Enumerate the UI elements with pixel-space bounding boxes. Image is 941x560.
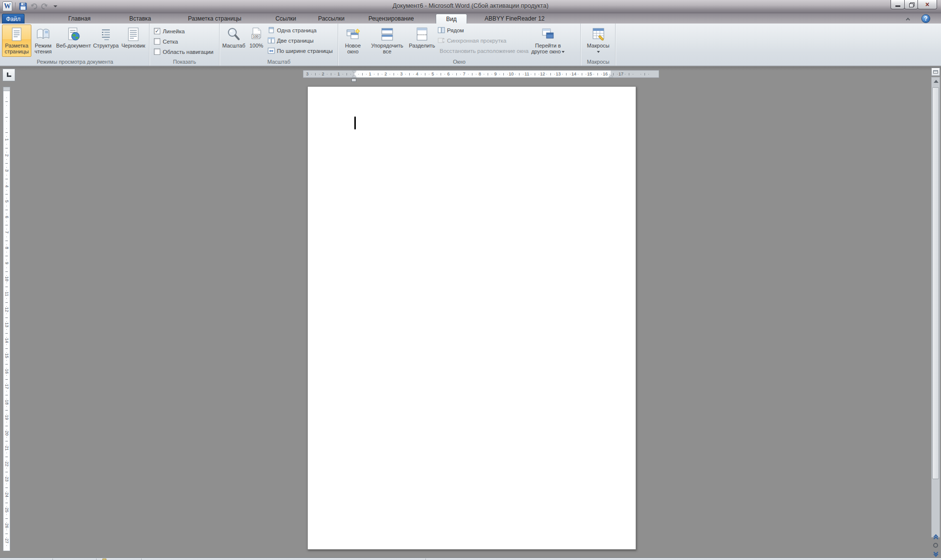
tab-insert[interactable]: Вставка [118,14,163,24]
ruler-dot [6,198,7,198]
ruler-number: 10 [507,71,515,77]
ruler-dot [6,244,7,245]
draft-view-button[interactable]: Черновик [120,24,147,57]
ruler-dot [6,514,7,515]
ruler-dot [6,545,7,546]
ruler-tick [441,73,441,75]
ruler-number: 22 [4,461,9,466]
web-layout-button[interactable]: Веб-документ [55,24,92,57]
ruler-dot [6,136,7,137]
title-bar: W [0,0,941,13]
switch-windows-button[interactable]: Перейти в другое окно [527,24,569,57]
ruler-tick [315,73,316,75]
ruler-tick [5,457,8,457]
gridlines-checkbox-row[interactable]: Сетка [154,36,218,47]
scroll-up-arrow-icon[interactable] [934,80,939,83]
select-browse-object-button[interactable] [931,541,940,550]
ribbon: Разметка страницы Режим чтения Веб-докум… [0,24,941,66]
vertical-ruler[interactable]: 1234567891011121314151617181920212223242… [3,87,10,551]
ruler-dot [6,530,7,530]
tab-mailings[interactable]: Рассылки [310,14,352,24]
ruler-dot [6,175,7,175]
minimize-button[interactable] [891,0,905,9]
tab-references[interactable]: Ссылки [266,14,305,24]
document-page[interactable] [307,86,636,550]
synchronous-scrolling-button: Синхронная прокрутка [436,35,527,46]
two-pages-button[interactable]: Две страницы [266,35,334,46]
macros-button[interactable]: Макросы [584,24,613,57]
first-line-indent-marker[interactable] [352,71,356,73]
ruler-dot [6,152,7,152]
scrollbar-thumb[interactable] [932,87,939,479]
ruler-tick [5,395,8,395]
tab-view[interactable]: Вид [436,14,467,24]
tab-stop-selector[interactable] [2,69,15,81]
ruler-checkbox[interactable]: ✓ [154,28,160,34]
horizontal-ruler[interactable]: 1231234567891011121314151617 [303,70,659,78]
new-window-button[interactable]: Новое окно [339,24,367,57]
navigation-pane-checkbox-row[interactable]: Область навигации [154,47,218,57]
ruler-number: 3 [397,71,405,77]
print-layout-button[interactable]: Разметка страницы [2,24,31,57]
ruler-dot [6,329,7,330]
button-label: Рядом [447,27,464,33]
ruler-checkbox-row[interactable]: ✓ Линейка [154,26,218,36]
button-label: Новое [345,43,361,49]
tab-review[interactable]: Рецензирование [360,14,422,24]
draft-view-icon [125,26,141,43]
zoom-100-button[interactable]: 100 100% [247,24,266,57]
ruler-tick [5,225,8,225]
button-label: окно [347,49,358,54]
tab-page-layout[interactable]: Разметка страницы [170,14,259,24]
previous-page-button[interactable] [931,532,940,541]
zoom-button[interactable]: Масштаб [221,24,247,57]
tab-abbyy-finereader[interactable]: ABBYY FineReader 12 [478,14,551,24]
right-indent-marker[interactable] [609,75,613,77]
ruler-dot [6,344,7,345]
arrange-all-button[interactable]: Упорядочить все [367,24,408,57]
ruler-tick [550,73,551,75]
ruler-dot [484,74,484,74]
minimize-ribbon-button[interactable] [903,16,914,23]
ruler-tick [5,163,8,164]
scrollbar-track[interactable] [931,77,940,537]
page-width-button[interactable]: По ширине страницы [266,46,334,56]
tab-file[interactable]: Файл [2,14,25,24]
button-label: страницы [4,49,28,54]
left-indent-marker[interactable] [351,78,356,82]
ruler-tick [5,348,8,349]
view-side-by-side-button[interactable]: Рядом [436,25,527,35]
ruler-number: 12 [539,71,546,77]
tab-home[interactable]: Главная [57,14,101,24]
ruler-number: 5 [429,71,437,77]
ruler-tick [488,73,488,75]
print-layout-icon [9,26,25,43]
gridlines-checkbox[interactable] [154,38,160,45]
vertical-scrollbar[interactable] [931,68,940,558]
one-page-button[interactable]: Одна страница [266,25,334,35]
hanging-indent-marker[interactable] [352,75,356,77]
ruler-toggle-icon [933,70,938,73]
restore-button[interactable] [904,0,918,9]
outline-view-button[interactable]: Структура [92,24,120,57]
ruler-tick [5,441,8,441]
group-caption: Режимы просмотра документа [1,59,149,65]
reading-mode-button[interactable]: Режим чтения [31,24,55,57]
ruler-tick [503,73,504,75]
ruler-tick [519,73,520,75]
ruler-number: 6 [445,71,452,77]
window-controls: × [891,0,937,9]
ruler-tick [5,364,8,365]
ruler-tick [409,73,410,75]
close-button[interactable]: × [917,0,937,9]
ruler-number: 5 [4,199,9,204]
split-button[interactable]: Разделить [408,24,436,57]
side-by-side-icon [438,26,445,34]
help-button[interactable]: ? [921,14,930,23]
group-window: Новое окно Упорядочить все Разделить [338,24,581,66]
ruler-dot [6,360,7,361]
ruler-dot [648,74,649,74]
ruler-dot [6,352,7,353]
navigation-pane-checkbox[interactable] [154,49,160,55]
ruler-toggle-button[interactable] [931,68,940,76]
